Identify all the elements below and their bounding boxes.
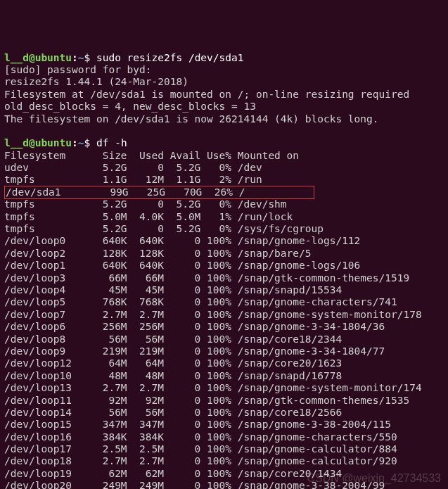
prompt-line-2: l__d@ubuntu:~$ df -h [4, 137, 127, 148]
df-row: tmpfs 5.2G 0 5.2G 0% /dev/shm [4, 198, 287, 210]
output-line: old_desc_blocks = 4, new_desc_blocks = 1… [4, 101, 256, 112]
output-line: [sudo] password for byd: [4, 64, 152, 75]
df-header: Filesystem Size Used Avail Use% Mounted … [4, 150, 299, 161]
df-row: /dev/loop18 2.7M 2.7M 0 100% /snap/gnome… [4, 455, 397, 466]
prompt-dollar: $ [84, 137, 96, 148]
df-row: /dev/loop7 2.7M 2.7M 0 100% /snap/gnome-… [4, 309, 422, 320]
command-text: sudo resize2fs /dev/sda1 [96, 52, 244, 63]
df-rows: udev 5.2G 0 5.2G 0% /dev tmpfs 1.1G 12M … [4, 162, 422, 489]
df-row: /dev/loop10 48M 48M 0 100% /snap/snapd/1… [4, 370, 342, 381]
df-row: /dev/loop4 45M 45M 0 100% /snap/snapd/15… [4, 284, 342, 296]
df-row: tmpfs 1.1G 12M 1.1G 2% /run [4, 174, 262, 185]
prompt-user: l__d@ubuntu [4, 137, 72, 148]
prompt-user: l__d@ubuntu [4, 52, 72, 63]
df-row: tmpfs 5.0M 4.0K 5.0M 1% /run/lock [4, 211, 293, 222]
df-row: /dev/loop14 56M 56M 0 100% /snap/core18/… [4, 407, 342, 418]
df-row: /dev/loop12 64M 64M 0 100% /snap/core20/… [4, 357, 342, 369]
df-row: /dev/loop20 249M 249M 0 100% /snap/gnome… [4, 480, 385, 489]
command-text: df -h [96, 137, 127, 148]
df-row: /dev/loop8 56M 56M 0 100% /snap/core18/2… [4, 334, 342, 345]
df-row-highlighted: /dev/sda1 99G 25G 70G 26% / [4, 186, 314, 199]
df-row: /dev/loop0 640K 640K 0 100% /snap/gnome-… [4, 235, 360, 246]
df-row: /dev/loop6 256M 256M 0 100% /snap/gnome-… [4, 321, 385, 332]
df-row: /dev/loop2 128K 128K 0 100% /snap/bare/5 [4, 248, 312, 259]
prompt-colon: : [72, 52, 78, 63]
output-line: Filesystem at /dev/sda1 is mounted on /;… [4, 89, 409, 100]
prompt-line-1: l__d@ubuntu:~$ sudo resize2fs /dev/sda1 [4, 52, 243, 63]
df-row: /dev/loop3 66M 66M 0 100% /snap/gtk-comm… [4, 272, 409, 284]
df-row: /dev/loop9 219M 219M 0 100% /snap/gnome-… [4, 345, 385, 357]
df-row: tmpfs 5.2G 0 5.2G 0% /sys/fs/cgroup [4, 223, 324, 234]
df-row: /dev/loop16 384K 384K 0 100% /snap/gnome… [4, 431, 397, 443]
df-row: /dev/loop11 92M 92M 0 100% /snap/gtk-com… [4, 395, 409, 406]
df-row: /dev/loop5 768K 768K 0 100% /snap/gnome-… [4, 296, 397, 307]
df-row: udev 5.2G 0 5.2G 0% /dev [4, 162, 262, 173]
prompt-path: ~ [78, 52, 84, 63]
df-row: /dev/loop13 2.7M 2.7M 0 100% /snap/gnome… [4, 382, 422, 393]
df-row: /dev/loop1 640K 640K 0 100% /snap/gnome-… [4, 260, 360, 271]
df-row: /dev/loop19 62M 62M 0 100% /snap/core20/… [4, 468, 342, 479]
terminal[interactable]: l__d@ubuntu:~$ sudo resize2fs /dev/sda1 … [4, 52, 444, 489]
prompt-dollar: $ [84, 52, 96, 63]
df-row: /dev/loop17 2.5M 2.5M 0 100% /snap/gnome… [4, 443, 397, 455]
prompt-path: ~ [78, 137, 84, 148]
output-line: The filesystem on /dev/sda1 is now 26214… [4, 113, 379, 125]
output-line: resize2fs 1.44.1 (24-Mar-2018) [4, 76, 188, 87]
df-row: /dev/loop15 347M 347M 0 100% /snap/gnome… [4, 419, 391, 430]
prompt-colon: : [72, 137, 78, 148]
